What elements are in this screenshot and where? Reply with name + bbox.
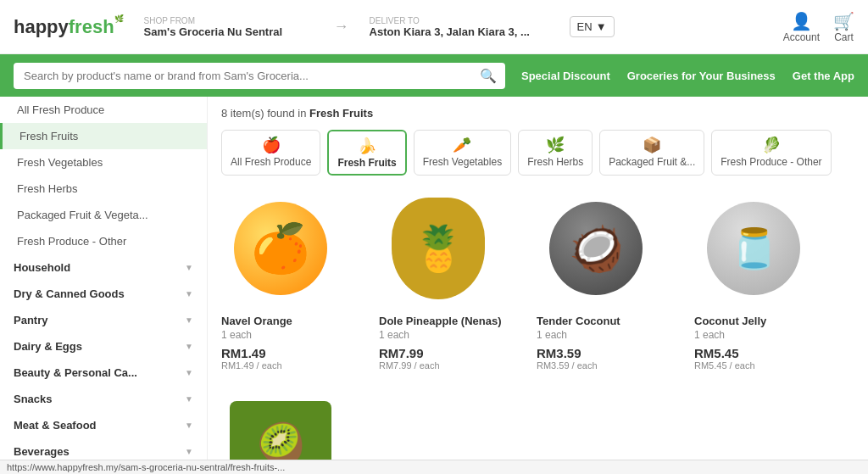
- product-image-pineapple: 🍍: [379, 189, 498, 308]
- cart-button[interactable]: 🛒 Cart: [833, 11, 854, 43]
- nav-get-app[interactable]: Get the App: [793, 70, 854, 82]
- search-bar: 🔍 Special Discount Groceries for Your Bu…: [0, 54, 868, 97]
- chevron-meat-seafood: ▼: [185, 421, 193, 430]
- product-price-unit-orange: RM1.49 / each: [221, 360, 365, 371]
- tab-fresh-herbs[interactable]: 🌿 Fresh Herbs: [518, 130, 593, 176]
- account-button[interactable]: 👤 Account: [783, 11, 820, 43]
- sidebar-item-all-fresh[interactable]: All Fresh Produce: [0, 97, 207, 123]
- product-image-orange: 🍊: [221, 189, 340, 308]
- chevron-pantry: ▼: [185, 315, 193, 325]
- fresh-other-icon: 🥬: [762, 136, 781, 154]
- chevron-snacks: ▼: [185, 394, 193, 404]
- logo-leaf: 🌿: [114, 14, 124, 23]
- result-count: 8 item(s) found in Fresh Fruits: [221, 107, 854, 120]
- account-icon: 👤: [791, 11, 812, 31]
- product-unit-orange: 1 each: [221, 329, 365, 341]
- product-card-coconut[interactable]: 🥥 Tender Coconut 1 each RM3.59 RM3.59 / …: [537, 189, 681, 371]
- language-selector[interactable]: EN ▼: [570, 16, 615, 37]
- sidebar-item-fresh-herbs[interactable]: Fresh Herbs: [0, 176, 207, 202]
- chevron-household: ▼: [185, 263, 193, 272]
- chevron-dry-canned: ▼: [185, 289, 193, 298]
- product-price-coconut: RM3.59: [537, 346, 681, 360]
- tab-fresh-produce-other[interactable]: 🥬 Fresh Produce - Other: [711, 130, 831, 176]
- tab-all-fresh-produce[interactable]: 🍎 All Fresh Produce: [221, 130, 320, 176]
- sidebar-item-dairy-eggs[interactable]: Dairy & Eggs ▼: [0, 333, 207, 360]
- sidebar-item-packaged-fruit[interactable]: Packaged Fruit & Vegeta...: [0, 202, 207, 228]
- product-unit-coconut-jelly: 1 each: [694, 329, 838, 341]
- chevron-beverages: ▼: [185, 447, 193, 456]
- sidebar-item-fresh-fruits[interactable]: Fresh Fruits: [0, 123, 207, 149]
- sidebar-item-beauty[interactable]: Beauty & Personal Ca... ▼: [0, 360, 207, 386]
- chevron-beauty: ▼: [185, 368, 193, 377]
- tab-fresh-fruits[interactable]: 🍌 Fresh Fruits: [327, 130, 406, 176]
- all-fresh-icon: 🍎: [262, 136, 281, 154]
- chevron-dairy-eggs: ▼: [185, 342, 193, 351]
- content-area: 8 item(s) found in Fresh Fruits 🍎 All Fr…: [208, 97, 868, 474]
- sidebar-item-dry-canned[interactable]: Dry & Canned Goods ▼: [0, 281, 207, 307]
- product-price-pineapple: RM7.99: [379, 346, 523, 360]
- product-name-coconut: Tender Coconut: [537, 315, 681, 327]
- logo-happy: happy: [14, 16, 69, 38]
- product-image-coconut-jelly: 🫙: [694, 189, 813, 308]
- product-card-orange[interactable]: 🍊 Navel Orange 1 each RM1.49 RM1.49 / ea…: [221, 189, 365, 371]
- pineapple-icon: 🍍: [392, 198, 485, 299]
- tab-fresh-vegetables[interactable]: 🥕 Fresh Vegetables: [414, 130, 511, 176]
- header-actions: 👤 Account 🛒 Cart: [783, 11, 854, 43]
- product-price-coconut-jelly: RM5.45: [694, 346, 838, 360]
- product-image-coconut: 🥥: [537, 189, 655, 308]
- product-card-coconut-jelly[interactable]: 🫙 Coconut Jelly 1 each RM5.45 RM5.45 / e…: [694, 189, 838, 371]
- sidebar-item-pantry[interactable]: Pantry ▼: [0, 307, 207, 333]
- orange-icon: 🍊: [234, 202, 327, 295]
- product-price-unit-coconut-jelly: RM5.45 / each: [694, 360, 838, 371]
- product-unit-coconut: 1 each: [537, 329, 681, 341]
- sidebar-item-fresh-produce-other[interactable]: Fresh Produce - Other: [0, 228, 207, 254]
- logo-fresh: fresh: [69, 16, 114, 38]
- coconut-jelly-icon: 🫙: [707, 202, 800, 295]
- main: All Fresh Produce Fresh Fruits Fresh Veg…: [0, 97, 868, 474]
- sidebar-item-fresh-vegetables[interactable]: Fresh Vegetables: [0, 149, 207, 176]
- fresh-herbs-icon: 🌿: [546, 136, 565, 154]
- shop-from: SHOP FROM Sam's Groceria Nu Sentral: [144, 16, 314, 38]
- chevron-down-icon: ▼: [596, 20, 607, 33]
- search-wrapper: 🔍: [14, 63, 505, 89]
- fresh-veg-icon: 🥕: [453, 136, 471, 154]
- packaged-fruit-icon: 📦: [643, 136, 661, 154]
- search-input[interactable]: [14, 63, 505, 89]
- coconut-icon: 🥥: [549, 202, 643, 295]
- deliver-to: DELIVER TO Aston Kiara 3, Jalan Kiara 3,…: [370, 16, 556, 38]
- sidebar-item-household[interactable]: Household ▼: [0, 254, 207, 281]
- product-price-unit-coconut: RM3.59 / each: [537, 360, 681, 371]
- product-name-pineapple: Dole Pineapple (Nenas): [379, 315, 523, 327]
- sidebar-item-meat-seafood[interactable]: Meat & Seafood ▼: [0, 412, 207, 438]
- header: happyfresh🌿 SHOP FROM Sam's Groceria Nu …: [0, 0, 868, 54]
- arrow-icon: →: [334, 18, 349, 36]
- sidebar: All Fresh Produce Fresh Fruits Fresh Veg…: [0, 97, 208, 474]
- product-price-orange: RM1.49: [221, 346, 365, 360]
- statusbar: https://www.happyfresh.my/sam-s-groceria…: [0, 460, 868, 474]
- search-icon: 🔍: [480, 68, 497, 84]
- category-tabs: 🍎 All Fresh Produce 🍌 Fresh Fruits 🥕 Fre…: [221, 130, 854, 176]
- product-unit-pineapple: 1 each: [379, 329, 523, 341]
- fresh-fruits-icon: 🍌: [358, 137, 376, 155]
- logo[interactable]: happyfresh🌿: [14, 16, 124, 38]
- sidebar-item-snacks[interactable]: Snacks ▼: [0, 386, 207, 412]
- nav-links: Special Discount Groceries for Your Busi…: [521, 70, 854, 82]
- product-card-pineapple[interactable]: 🍍 Dole Pineapple (Nenas) 1 each RM7.99 R…: [379, 189, 523, 371]
- nav-groceries-business[interactable]: Groceries for Your Business: [627, 70, 776, 82]
- product-name-orange: Navel Orange: [221, 315, 365, 327]
- product-name-coconut-jelly: Coconut Jelly: [694, 315, 838, 327]
- product-price-unit-pineapple: RM7.99 / each: [379, 360, 523, 371]
- tab-packaged-fruit[interactable]: 📦 Packaged Fruit &...: [599, 130, 704, 176]
- nav-special-discount[interactable]: Special Discount: [521, 70, 610, 82]
- product-grid: 🍊 Navel Orange 1 each RM1.49 RM1.49 / ea…: [221, 189, 854, 474]
- cart-icon: 🛒: [833, 11, 854, 31]
